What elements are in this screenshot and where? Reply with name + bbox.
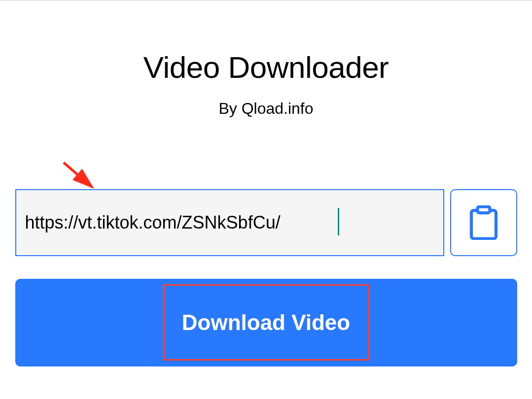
svg-rect-3 [477, 207, 490, 213]
download-button-label: Download Video [182, 310, 350, 335]
page-subtitle: By Qload.info [218, 100, 313, 118]
clipboard-icon [469, 205, 498, 240]
download-button[interactable]: Download Video [15, 279, 517, 366]
page-title: Video Downloader [143, 50, 389, 85]
url-input-row [15, 189, 517, 256]
url-input[interactable] [15, 189, 444, 256]
svg-rect-2 [471, 210, 496, 239]
paste-button[interactable] [450, 189, 517, 256]
svg-line-1 [64, 163, 92, 187]
text-cursor [338, 208, 339, 235]
